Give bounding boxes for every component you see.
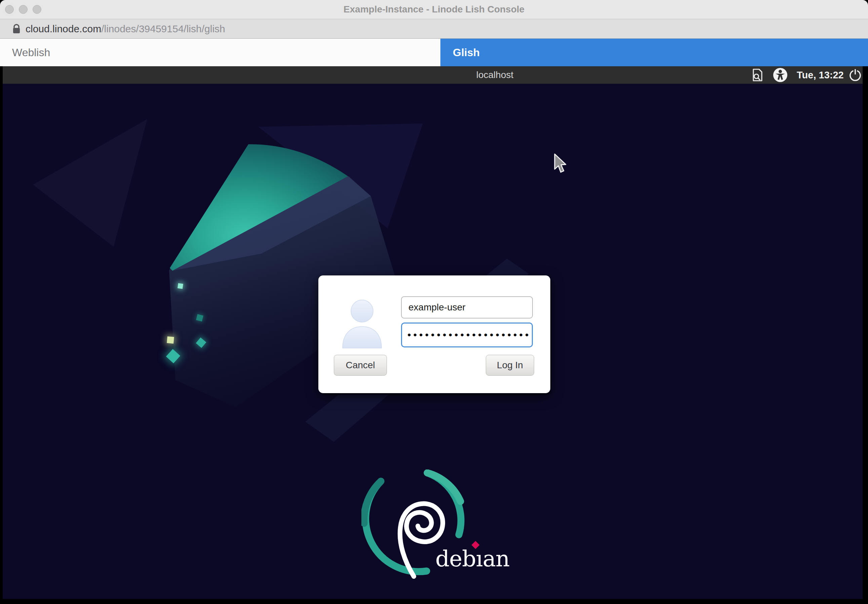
username-value: example-user [408,302,466,313]
screen-reader-icon[interactable] [752,66,763,84]
login-dialog: example-user ••••••••••••••••••••• Cance… [318,275,550,393]
cancel-button[interactable]: Cancel [334,355,387,376]
glow-square [167,336,174,344]
power-icon[interactable] [848,66,862,84]
url-path: /linodes/39459154/lish/glish [101,23,225,34]
debian-word-post: an [483,546,510,572]
tab-weblish[interactable]: Weblish [0,39,440,66]
debian-logo: debıan [361,469,509,584]
lock-icon [12,24,21,34]
clock-label[interactable]: Tue, 13:22 [797,66,844,84]
password-field[interactable]: ••••••••••••••••••••• [401,323,533,348]
desktop-wallpaper: debıan [3,84,863,599]
log-in-button-label: Log In [497,360,523,371]
url-text: cloud.linode.com/linodes/39459154/lish/g… [26,23,225,35]
debian-word-pre: deb [436,546,476,572]
glish-console[interactable]: localhost Tue, 13:22 [3,66,863,599]
browser-window: Example-Instance - Linode Lish Console c… [0,0,868,604]
username-field[interactable]: example-user [401,296,533,318]
address-bar[interactable]: cloud.linode.com/linodes/39459154/lish/g… [0,19,868,39]
glish-console-frame: localhost Tue, 13:22 [0,66,868,604]
debian-word-i: ı [476,546,483,572]
tab-glish-label: Glish [453,47,480,59]
url-host: cloud.linode.com [26,23,101,34]
mouse-cursor [554,153,571,175]
log-in-button[interactable]: Log In [486,355,534,376]
accessibility-icon[interactable] [772,66,788,84]
window-title: Example-Instance - Linode Lish Console [0,0,868,19]
user-avatar [338,299,386,349]
tab-glish[interactable]: Glish [440,39,868,66]
lish-tab-bar: Weblish Glish [0,39,868,66]
hostname-label: localhost [476,66,514,84]
password-mask: ••••••••••••••••••••• [408,329,531,341]
gnome-top-bar: localhost Tue, 13:22 [3,66,863,84]
titlebar: Example-Instance - Linode Lish Console [0,0,868,19]
tab-weblish-label: Weblish [12,47,50,59]
glow-square [178,283,183,289]
cancel-button-label: Cancel [346,360,375,371]
debian-wordmark: debıan [436,546,510,572]
